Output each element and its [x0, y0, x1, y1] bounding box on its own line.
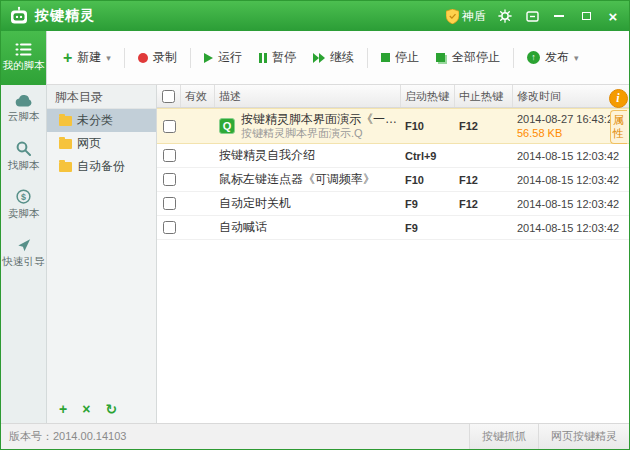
script-title: 按键精灵脚本界面演示《一键启动》: [241, 112, 397, 127]
start-hotkey: F9: [401, 216, 455, 239]
table-row[interactable]: Q 按键精灵脚本界面演示《一键启动》 按键精灵脚本界面演示.Q F10 F12 …: [157, 108, 629, 144]
row-checkbox[interactable]: [163, 120, 176, 133]
sidebar-item-label: 卖脚本: [8, 207, 40, 221]
close-icon: ×: [609, 9, 618, 24]
tree-item-web[interactable]: 网页: [47, 132, 156, 155]
stop-button[interactable]: 停止: [373, 43, 427, 72]
modified-time: 2014-08-15 12:03:42: [513, 168, 629, 191]
my-scripts-list-icon: [15, 43, 32, 56]
valid-cell: [181, 109, 215, 143]
delete-folder-button[interactable]: ×: [82, 402, 90, 416]
titlebar-controls: 神盾 ×: [446, 8, 621, 25]
key-capture-button[interactable]: 按键抓抓: [469, 424, 538, 449]
table-row[interactable]: 自动喊话 F9 2014-08-15 12:03:42: [157, 216, 629, 240]
stop-hotkey: F12: [455, 192, 513, 215]
settings-gear-icon[interactable]: [497, 8, 513, 24]
info-icon: i: [609, 89, 628, 108]
app-window: 按键精灵 神盾: [0, 0, 630, 450]
mini-mode-icon[interactable]: [524, 8, 540, 24]
stop-hotkey: [455, 144, 513, 167]
refresh-button[interactable]: ↻: [105, 402, 117, 416]
modified-time: 2014-08-15 12:03:42: [513, 144, 629, 167]
table-row[interactable]: 自动定时关机 F9 F12 2014-08-15 12:03:42: [157, 192, 629, 216]
stop-all-button[interactable]: 全部停止: [428, 43, 508, 72]
column-description[interactable]: 描述: [215, 85, 401, 107]
search-icon: [16, 141, 31, 156]
sidebar-item-my-scripts[interactable]: 我的脚本: [1, 31, 46, 85]
tree-item-auto-backup[interactable]: 自动备份: [47, 155, 156, 178]
record-button[interactable]: 录制: [130, 43, 185, 72]
sidebar-item-sell-scripts[interactable]: $ 卖脚本: [1, 181, 46, 229]
sidebar-item-find-scripts[interactable]: 找脚本: [1, 133, 46, 181]
fast-forward-icon: [313, 53, 325, 63]
select-all-cell: [157, 85, 181, 107]
row-checkbox[interactable]: [163, 197, 176, 210]
script-title: 自动定时关机: [219, 195, 291, 212]
stop-hotkey: [455, 216, 513, 239]
sidebar-item-quick-guide[interactable]: 快速引导: [1, 229, 46, 277]
modified-time: 2014-08-15 12:03:42: [513, 216, 629, 239]
resume-button[interactable]: 继续: [305, 43, 362, 72]
run-button[interactable]: 运行: [196, 43, 250, 72]
app-title: 按键精灵: [35, 7, 95, 25]
valid-cell: [181, 144, 215, 167]
maximize-button[interactable]: [578, 8, 594, 24]
new-label: 新建: [77, 49, 101, 66]
folder-icon: [59, 162, 72, 172]
valid-cell: [181, 192, 215, 215]
shield-icon: [446, 9, 459, 24]
properties-label: 属性: [610, 110, 627, 144]
row-checkbox[interactable]: [163, 149, 176, 162]
row-checkbox[interactable]: [163, 173, 176, 186]
table-row[interactable]: 鼠标左键连点器《可调频率》 F10 F12 2014-08-15 12:03:4…: [157, 168, 629, 192]
plus-icon: +: [63, 52, 72, 64]
table-header: 有效 描述 启动热键 中止热键 修改时间: [157, 85, 629, 108]
valid-cell: [181, 216, 215, 239]
record-icon: [138, 53, 148, 63]
publish-button[interactable]: ↑ 发布 ▾: [519, 43, 587, 72]
table-row[interactable]: 按键精灵自我介绍 Ctrl+9 2014-08-15 12:03:42: [157, 144, 629, 168]
start-hotkey: F9: [401, 192, 455, 215]
statusbar: 版本号：2014.00.14103 按键抓抓 网页按键精灵: [1, 423, 629, 449]
column-start-hotkey[interactable]: 启动热键: [401, 85, 455, 107]
minimize-button[interactable]: [551, 8, 567, 24]
shield-label: 神盾: [462, 8, 486, 25]
start-hotkey: F10: [401, 168, 455, 191]
stop-all-icon: [436, 53, 445, 62]
select-all-checkbox[interactable]: [162, 90, 175, 103]
toolbar-separator: [513, 48, 514, 68]
stop-all-label: 全部停止: [452, 49, 500, 66]
properties-tab[interactable]: i 属性: [607, 89, 629, 144]
column-valid[interactable]: 有效: [181, 85, 215, 107]
toolbar-separator: [367, 48, 368, 68]
publish-icon: ↑: [527, 51, 540, 64]
pause-icon: [259, 53, 267, 63]
new-button[interactable]: + 新建 ▾: [55, 43, 119, 72]
modified-time: 2014-08-27 16:43:20: [517, 112, 619, 126]
app-logo-icon: [9, 6, 29, 26]
svg-text:$: $: [21, 192, 26, 202]
sidebar-item-cloud-scripts[interactable]: 云脚本: [1, 85, 46, 133]
publish-label: 发布: [545, 49, 569, 66]
start-hotkey: F10: [401, 109, 455, 143]
modified-time: 2014-08-15 12:03:42: [513, 192, 629, 215]
close-button[interactable]: ×: [605, 8, 621, 24]
titlebar: 按键精灵 神盾: [1, 1, 629, 31]
sidebar-item-label: 云脚本: [8, 110, 40, 124]
tree-item-uncategorized[interactable]: 未分类: [47, 109, 156, 132]
toolbar: + 新建 ▾ 录制 运行 暂停: [47, 31, 629, 85]
web-macro-button[interactable]: 网页按键精灵: [538, 424, 629, 449]
script-title: 自动喊话: [219, 219, 267, 236]
shield-badge[interactable]: 神盾: [446, 8, 486, 25]
statusbar-buttons: 按键抓抓 网页按键精灵: [469, 424, 629, 449]
script-file-icon: Q: [219, 118, 235, 134]
add-folder-button[interactable]: +: [59, 402, 67, 416]
sidebar: 我的脚本 云脚本 找脚本: [1, 31, 47, 423]
row-checkbox[interactable]: [163, 221, 176, 234]
column-stop-hotkey[interactable]: 中止热键: [455, 85, 513, 107]
stop-label: 停止: [395, 49, 419, 66]
stop-hotkey: F12: [455, 109, 513, 143]
tree-item-label: 自动备份: [77, 158, 125, 175]
pause-button[interactable]: 暂停: [251, 43, 304, 72]
run-label: 运行: [218, 49, 242, 66]
